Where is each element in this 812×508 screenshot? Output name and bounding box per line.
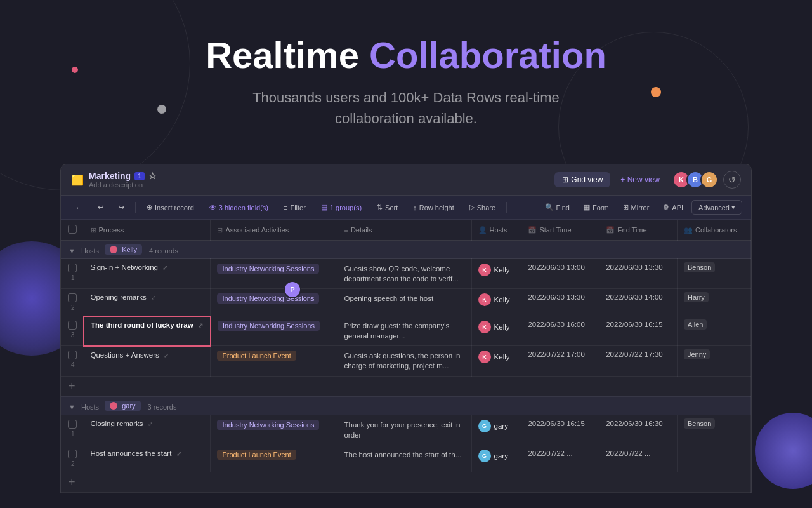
host-avatar: K <box>478 293 491 306</box>
row-checkbox[interactable] <box>68 264 77 272</box>
process-cell[interactable]: Questions + Answers ⤢ <box>84 346 211 376</box>
activity-cell: Industry Networking Sessions <box>211 259 337 289</box>
activity-tag[interactable]: Industry Networking Sessions <box>217 293 319 304</box>
add-row[interactable]: + <box>61 472 751 492</box>
advanced-button[interactable]: Advanced ▾ <box>691 200 742 215</box>
col-process: ⊞Process <box>84 220 211 241</box>
hidden-fields-button[interactable]: 👁 3 hidden field(s) <box>204 201 274 214</box>
group-tag: Kelly <box>105 244 142 255</box>
filter-icon: ≡ <box>284 204 287 211</box>
host-name: gary <box>494 452 508 460</box>
expand-icon[interactable]: ⤢ <box>164 352 169 359</box>
row-checkbox-cell: 1 <box>61 259 84 289</box>
db-description[interactable]: Add a description <box>89 181 157 189</box>
detail-text: Guests show QR code, welcome department … <box>344 265 458 283</box>
db-header: 🟨 Marketing 1 ☆ Add a description ⊞ Grid… <box>61 164 751 196</box>
grid-view-tab[interactable]: ⊞ Grid view <box>554 172 610 187</box>
row-height-button[interactable]: ↕ Row height <box>407 201 460 214</box>
process-cell[interactable]: Opening remarks ⤢ <box>84 289 211 316</box>
group-label: Hosts <box>81 247 99 255</box>
row-checkbox[interactable] <box>68 351 77 359</box>
api-button[interactable]: ⚙ API <box>657 201 689 214</box>
back-button[interactable]: ← <box>70 201 88 214</box>
db-star-icon[interactable]: ☆ <box>148 171 157 181</box>
activity-tag[interactable]: Product Launch Event <box>217 351 296 361</box>
add-row[interactable]: + <box>61 376 751 396</box>
host-cell: K Kelly <box>471 259 521 289</box>
start-time-cell: 2022/06/30 16:00 <box>521 316 599 346</box>
col-hosts: 👤Hosts <box>471 220 521 241</box>
end-time-cell: 2022/07/22 17:30 <box>599 346 678 376</box>
group-button[interactable]: ▤ 1 group(s) <box>315 201 367 214</box>
group-toggle-icon[interactable]: ▼ <box>69 403 75 411</box>
api-icon: ⚙ <box>663 203 669 211</box>
undo-button[interactable]: ↩ <box>92 201 109 214</box>
insert-record-button[interactable]: ⊕ Insert record <box>141 201 200 214</box>
activity-tag[interactable]: Product Launch Event <box>217 450 296 460</box>
row-number: 1 <box>71 274 75 281</box>
end-time-cell: 2022/06/30 13:30 <box>599 259 678 289</box>
row-number: 4 <box>71 361 75 368</box>
form-button[interactable]: ▦ Form <box>578 201 615 214</box>
col-start-time: 📅Start Time <box>521 220 599 241</box>
add-row-button[interactable]: + <box>61 472 751 492</box>
process-cell[interactable]: Sign-in + Networking ⤢ <box>84 259 211 289</box>
share-button[interactable]: ▷ Share <box>464 201 501 214</box>
host-cell: G gary <box>471 415 521 444</box>
collaborator-cell <box>677 444 750 472</box>
grid-icon: ⊞ <box>562 175 568 184</box>
row-checkbox-cell: 1 <box>61 415 84 444</box>
start-time-cell: 2022/07/22 17:00 <box>521 346 599 376</box>
host-name: gary <box>494 422 508 430</box>
select-all-checkbox[interactable] <box>68 225 77 234</box>
expand-icon[interactable]: ⤢ <box>162 264 167 271</box>
col-details: ≡Details <box>337 220 471 241</box>
row-checkbox[interactable] <box>68 321 77 330</box>
row-checkbox[interactable] <box>68 420 77 429</box>
process-cell[interactable]: Closing remarks ⤢ <box>84 415 211 444</box>
row-number: 2 <box>71 304 75 311</box>
host-name: Kelly <box>494 323 510 331</box>
expand-icon[interactable]: ⤢ <box>148 420 153 427</box>
form-icon: ▦ <box>584 203 590 211</box>
checkbox-header[interactable] <box>61 220 84 241</box>
hero-section: Realtime Collaboration Thousands users a… <box>0 0 812 129</box>
floating-user-avatar: P <box>284 281 301 298</box>
expand-icon[interactable]: ⤢ <box>151 294 156 301</box>
row-number: 1 <box>71 431 75 438</box>
activity-tag[interactable]: Industry Networking Sessions <box>218 321 320 331</box>
process-cell[interactable]: The third round of lucky draw ⤢ <box>84 316 211 346</box>
add-row-button[interactable]: + <box>61 376 751 396</box>
start-time-cell: 2022/06/30 16:15 <box>521 415 599 444</box>
row-checkbox[interactable] <box>68 293 77 302</box>
row-height-icon: ↕ <box>413 204 417 211</box>
process-cell[interactable]: Host announces the start ⤢ <box>84 444 211 472</box>
row-checkbox[interactable] <box>68 450 77 458</box>
new-view-button[interactable]: + New view <box>613 172 667 187</box>
activity-cell: Industry Networking Sessions <box>211 289 337 316</box>
filter-button[interactable]: ≡ Filter <box>278 201 311 214</box>
activity-cell: Industry Networking Sessions <box>211 415 337 444</box>
sort-button[interactable]: ⇅ Sort <box>371 201 403 214</box>
avatar-g: G <box>700 171 718 189</box>
expand-icon[interactable]: ⤢ <box>176 450 181 457</box>
db-title-text: Marketing <box>89 171 131 181</box>
activity-tag[interactable]: Industry Networking Sessions <box>217 420 319 430</box>
refresh-button[interactable]: ↺ <box>723 171 741 189</box>
group-tag: gary <box>105 401 140 411</box>
table-row: 1 Closing remarks ⤢ Industry Networking … <box>61 415 751 444</box>
group-toggle-icon[interactable]: ▼ <box>69 247 75 255</box>
find-button[interactable]: 🔍 Find <box>539 201 575 214</box>
insert-icon: ⊕ <box>147 203 152 211</box>
mirror-button[interactable]: ⊞ Mirror <box>617 201 655 214</box>
hero-title-accent: Collaboration <box>369 34 606 76</box>
redo-button[interactable]: ↪ <box>113 201 130 214</box>
hero-title-plain: Realtime <box>206 34 369 76</box>
database-container: 🟨 Marketing 1 ☆ Add a description ⊞ Grid… <box>60 164 752 493</box>
activity-cell: Product Launch Event <box>211 346 337 376</box>
row-number: 2 <box>71 460 75 467</box>
expand-icon[interactable]: ⤢ <box>198 322 203 329</box>
collaborator-cell: Benson <box>677 259 750 289</box>
activity-tag[interactable]: Industry Networking Sessions <box>217 264 319 274</box>
table-header-row: ⊞Process ⊟Associated Activities ≡Details… <box>61 220 751 241</box>
